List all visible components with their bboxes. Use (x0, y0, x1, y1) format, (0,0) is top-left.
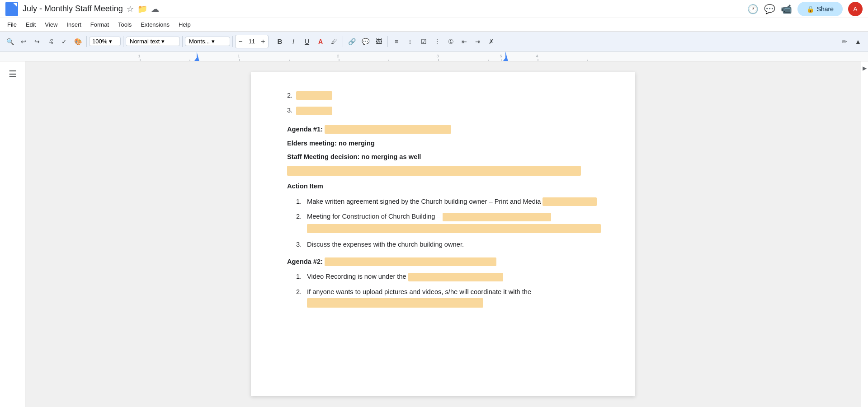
clear-format-button[interactable]: ✗ (485, 35, 498, 48)
svg-text:3: 3 (436, 54, 439, 58)
menu-tools[interactable]: Tools (114, 19, 135, 30)
agenda2-heading: Agenda #2: (287, 257, 599, 267)
menu-file[interactable]: File (4, 19, 20, 30)
menu-help[interactable]: Help (175, 19, 194, 30)
right-collapse-panel[interactable]: ▶ (861, 61, 868, 407)
search-button[interactable]: 🔍 (4, 35, 16, 48)
highlight-2 (296, 91, 332, 100)
block-highlight-2 (307, 224, 601, 234)
doc-icon (5, 2, 18, 16)
block-highlight-1 (287, 166, 581, 176)
line-spacing-button[interactable]: ↕ (404, 35, 416, 48)
separator-2 (123, 36, 123, 47)
action-list: 1. Make written agreement signed by the … (287, 196, 599, 250)
svg-text:5: 5 (500, 54, 502, 58)
separator-3 (182, 36, 183, 47)
highlight-button[interactable]: 🖊 (328, 35, 340, 48)
text-color-button[interactable]: A (314, 35, 327, 48)
sidebar: ☰ (0, 61, 25, 407)
user-avatar[interactable]: A (848, 2, 863, 16)
font-selector[interactable]: Monts... ▾ (185, 37, 230, 46)
outline-icon[interactable]: ☰ (9, 69, 17, 80)
print-button[interactable]: 🖨 (44, 35, 57, 48)
font-size-area: − 11 + (235, 35, 269, 48)
indent-increase-button[interactable]: ⇥ (472, 35, 484, 48)
style-selector[interactable]: Normal text ▾ (126, 37, 180, 46)
link-button[interactable]: 🔗 (345, 35, 358, 48)
redo-button[interactable]: ↪ (31, 35, 43, 48)
lock-icon: 🔒 (807, 5, 814, 13)
list-item-3: 3. (287, 105, 599, 116)
agenda1-highlight (325, 125, 451, 134)
highlight-3 (296, 107, 332, 115)
underline-button[interactable]: U (301, 35, 313, 48)
italic-button[interactable]: I (287, 35, 300, 48)
menu-format[interactable]: Format (87, 19, 113, 30)
star-icon[interactable]: ☆ (127, 4, 134, 14)
share-button[interactable]: 🔒 Share (797, 2, 843, 16)
svg-text:4: 4 (536, 54, 538, 58)
separator-4 (232, 36, 233, 47)
document-page: 2. 3. Agenda #1: Elders meeting: no merg… (251, 72, 635, 396)
agenda2-list: 1. Video Recording is now under the 2. I… (287, 271, 599, 307)
ordered-list-button[interactable]: ① (444, 35, 457, 48)
spellcheck-button[interactable]: ✓ (58, 35, 71, 48)
indent-decrease-button[interactable]: ⇤ (458, 35, 471, 48)
chevron-down-icon-font: ▾ (212, 38, 215, 45)
num-2: 2. (287, 90, 292, 101)
edit-mode-button[interactable]: ✏ (838, 35, 851, 48)
bullet-list-button[interactable]: ⋮ (431, 35, 443, 48)
action-item-3: 3. Discuss the expenses with the church … (296, 239, 599, 250)
svg-rect-0 (0, 51, 868, 61)
title-bar: July - Monthly Staff Meeting ☆ 📁 ☁ 🕐 💬 📹… (0, 0, 868, 18)
list-item-2: 2. (287, 90, 599, 101)
collapse-icon: ▶ (863, 65, 867, 71)
font-size-increase[interactable]: + (258, 35, 268, 48)
ruler: 1 1 2 3 4 5 (0, 51, 868, 61)
num-3: 3. (287, 105, 292, 116)
undo-button[interactable]: ↩ (17, 35, 30, 48)
title-icons: ☆ 📁 ☁ (127, 4, 159, 14)
action-item-heading: Action Item (287, 181, 599, 192)
bold-button[interactable]: B (274, 35, 286, 48)
history-icon[interactable]: 🕐 (747, 4, 759, 14)
cloud-icon[interactable]: ☁ (151, 4, 159, 14)
doc-area[interactable]: 2. 3. Agenda #1: Elders meeting: no merg… (25, 61, 861, 407)
separator-5 (271, 36, 271, 47)
agenda2-item1-highlight (408, 273, 503, 281)
action-item-2: 2. Meeting for Construction of Church Bu… (296, 211, 599, 237)
meet-icon[interactable]: 📹 (781, 4, 792, 14)
separator-1 (86, 36, 87, 47)
agenda2-item-2: 2. If anyone wants to upload pictures an… (296, 287, 599, 308)
folder-icon[interactable]: 📁 (137, 4, 147, 14)
action1-highlight (542, 197, 597, 206)
agenda2-highlight (325, 257, 496, 266)
title-right: 🕐 💬 📹 🔒 Share A (747, 2, 863, 16)
menu-bar: File Edit View Insert Format Tools Exten… (0, 18, 868, 32)
chat-icon[interactable]: 💬 (764, 4, 775, 14)
font-size-value[interactable]: 11 (245, 38, 258, 45)
agenda1-heading: Agenda #1: (287, 124, 599, 135)
svg-text:1: 1 (237, 54, 240, 58)
menu-view[interactable]: View (41, 19, 61, 30)
align-button[interactable]: ≡ (390, 35, 403, 48)
comment-button[interactable]: 💬 (359, 35, 372, 48)
paint-format-button[interactable]: 🎨 (71, 35, 84, 48)
font-size-decrease[interactable]: − (236, 35, 245, 48)
toolbar: 🔍 ↩ ↪ 🖨 ✓ 🎨 100% ▾ Normal text ▾ Monts..… (0, 32, 868, 51)
svg-text:1: 1 (138, 54, 140, 58)
action2-highlight (443, 213, 551, 221)
menu-extensions[interactable]: Extensions (137, 19, 173, 30)
chevron-down-icon: ▾ (109, 38, 112, 45)
action-item-1: 1. Make written agreement signed by the … (296, 196, 599, 207)
agenda2-item-1: 1. Video Recording is now under the (296, 271, 599, 282)
checklist-button[interactable]: ☑ (417, 35, 430, 48)
agenda1-label: Agenda #1: (287, 124, 325, 135)
ruler-svg: 1 1 2 3 4 5 (0, 51, 868, 61)
menu-edit[interactable]: Edit (22, 19, 39, 30)
image-button[interactable]: 🖼 (373, 35, 385, 48)
menu-insert[interactable]: Insert (63, 19, 85, 30)
zoom-selector[interactable]: 100% ▾ (89, 37, 121, 46)
svg-text:2: 2 (337, 54, 339, 58)
collapse-toolbar-button[interactable]: ▲ (852, 35, 864, 48)
